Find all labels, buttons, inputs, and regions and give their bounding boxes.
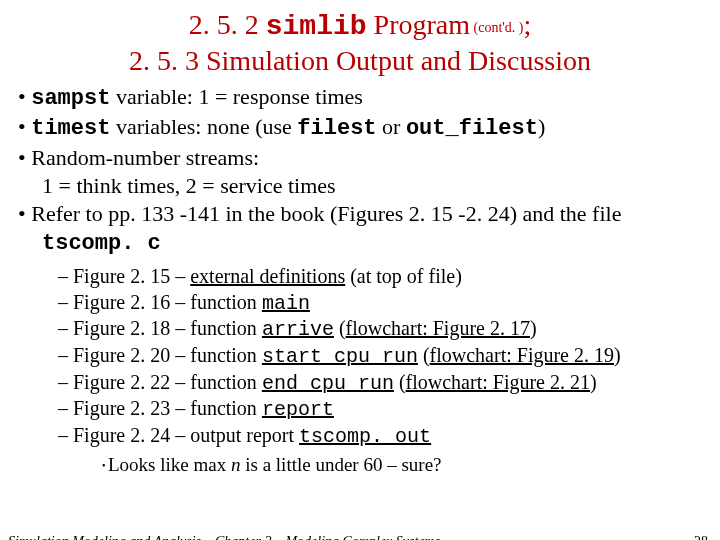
bullet-4: Refer to pp. 133 -141 in the book (Figur…: [18, 200, 702, 258]
main-list: sampst variable: 1 = response times time…: [18, 83, 702, 258]
sub-7: Figure 2. 24 – output report tscomp. out: [58, 423, 702, 450]
bullet-2: timest variables: none (use filest or ou…: [18, 113, 702, 143]
footer-page: 28: [694, 534, 708, 540]
b1-var: sampst: [31, 86, 110, 111]
title-contd: (cont'd. ): [470, 20, 523, 35]
title-post1: Program: [367, 9, 470, 40]
sub-6: Figure 2. 23 – function report: [58, 396, 702, 423]
b4-pre: Refer to pp. 133 -141 in the book (Figur…: [31, 201, 621, 226]
b3-l1: Random-number streams:: [31, 145, 259, 170]
slide-title: 2. 5. 2 simlib Program (cont'd. ); 2. 5.…: [18, 8, 702, 77]
b2-close: ): [538, 114, 545, 139]
bullet-1: sampst variable: 1 = response times: [18, 83, 702, 113]
sub-3: Figure 2. 18 – function arrive (flowchar…: [58, 316, 702, 343]
b2-mid: variables: none (use: [110, 114, 297, 139]
b3-l2: 1 = think times, 2 = service times: [42, 173, 336, 198]
subsub-1: Looks like max n is a little under 60 – …: [102, 453, 702, 478]
sub-5: Figure 2. 22 – function end_cpu_run (flo…: [58, 370, 702, 397]
b2-f2: out_filest: [406, 116, 538, 141]
b1-rest: variable: 1 = response times: [110, 84, 363, 109]
footer-text: Simulation Modeling and Analysis – Chapt…: [8, 534, 440, 540]
sub-2: Figure 2. 16 – function main: [58, 290, 702, 317]
b4-file: tscomp. c: [42, 231, 161, 256]
sub-list: Figure 2. 15 – external definitions (at …: [18, 264, 702, 449]
b2-var: timest: [31, 116, 110, 141]
b2-or: or: [377, 114, 406, 139]
bullet-3: Random-number streams:1 = think times, 2…: [18, 144, 702, 200]
b2-f1: filest: [297, 116, 376, 141]
sub-4: Figure 2. 20 – function start_cpu_run (f…: [58, 343, 702, 370]
title-pre1: 2. 5. 2: [189, 9, 266, 40]
subsub-list: Looks like max n is a little under 60 – …: [18, 453, 702, 478]
sub-1: Figure 2. 15 – external definitions (at …: [58, 264, 702, 290]
title-line2: 2. 5. 3 Simulation Output and Discussion: [129, 45, 591, 76]
title-semi: ;: [523, 9, 531, 40]
title-mono: simlib: [266, 11, 367, 42]
